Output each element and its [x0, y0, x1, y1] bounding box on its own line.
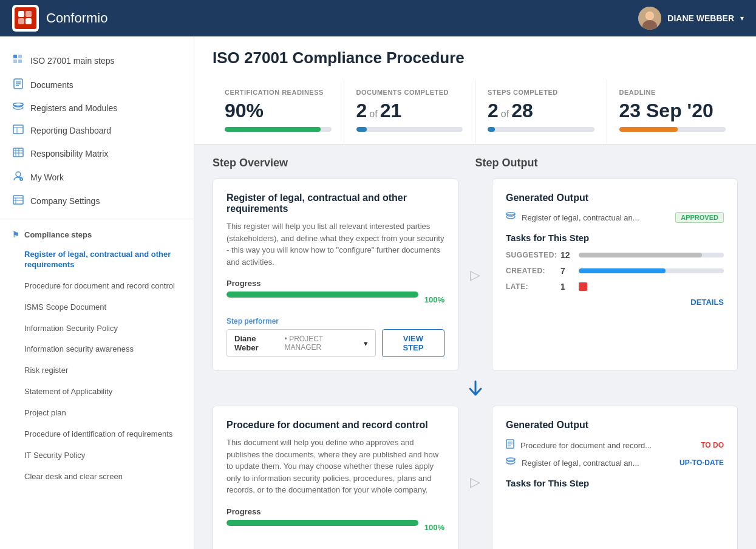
svg-rect-20 [13, 148, 23, 157]
step2-output-item1-name: Procedure for document and record... [520, 441, 695, 450]
step-item-document-control[interactable]: Procedure for document and record contro… [0, 276, 194, 297]
stat-pct: 90% [225, 100, 264, 122]
sidebar-item-responsibility[interactable]: Responsibility Matrix [0, 142, 194, 165]
svg-rect-11 [18, 60, 22, 63]
step1-task-created-bar [579, 268, 724, 273]
step-item-identification[interactable]: Procedure of identification of requireme… [0, 424, 194, 445]
step2-output-db-icon [506, 457, 516, 468]
stat-progress-docs [356, 127, 463, 132]
sidebar-divider [0, 219, 194, 219]
step1-task-suggested-count: 12 [560, 250, 573, 260]
stat-value-deadline: 23 Sep '20 [619, 100, 726, 122]
step1-output-db-icon [506, 212, 516, 223]
step2-output-card: Generated Output Procedure for document … [492, 406, 738, 549]
svg-rect-1 [26, 11, 32, 17]
svg-point-16 [13, 103, 23, 106]
step1-task-created-fill [579, 268, 666, 273]
iso-steps-icon [12, 54, 24, 67]
logo-box [12, 5, 39, 32]
step1-performer-name: Diane Weber [234, 334, 281, 352]
stat-steps-of: of [501, 109, 509, 120]
stat-value-steps: 2 of 28 [488, 100, 594, 122]
company-icon [12, 195, 24, 207]
step2-title: Procedure for document and record contro… [226, 420, 444, 431]
sidebar-item-documents[interactable]: Documents [0, 73, 194, 97]
step-item-isms-scope[interactable]: ISMS Scope Document [0, 297, 194, 318]
avatar [638, 7, 661, 30]
sidebar-item-my-work[interactable]: My Work [0, 165, 194, 189]
sidebar-item-iso-steps[interactable]: ISO 27001 main steps [0, 49, 194, 73]
svg-rect-17 [13, 125, 23, 134]
step1-task-late-count: 1 [560, 282, 573, 292]
sidebar-item-registers[interactable]: Registers and Modules [0, 97, 194, 119]
user-name: DIANE WEBBER [667, 13, 734, 23]
section-left: Step Overview [213, 157, 475, 169]
step2-output-item-1: Procedure for document and record... TO … [506, 439, 724, 451]
step1-output-item-1: Register of legal, contractual an... APP… [506, 212, 724, 223]
step-item-legal[interactable]: Register of legal, contractual and other… [0, 244, 194, 276]
step-overview-title: Step Overview [213, 157, 288, 169]
step1-performer-row: Diane Weber • PROJECT MANAGER ▾ VIEW STE… [226, 329, 444, 357]
step1-task-late-bar-container [579, 282, 587, 291]
header-left: Conformio [12, 5, 107, 32]
stat-docs-a: 2 [356, 100, 367, 122]
section-headers: Step Overview Step Output [213, 157, 738, 169]
step1-output-title: Generated Output [506, 193, 724, 203]
flag-icon: ⚑ [12, 230, 19, 239]
step-item-clean-desk[interactable]: Clear desk and clear screen [0, 466, 194, 488]
step1-view-step-button[interactable]: VIEW STEP [382, 329, 444, 357]
step2-output-doc-icon [506, 439, 514, 451]
step1-performer-dropdown[interactable]: Diane Weber • PROJECT MANAGER ▾ [226, 329, 376, 357]
step1-task-suggested-fill [579, 253, 702, 257]
step1-output-card: Generated Output Register of legal, cont… [492, 179, 738, 371]
step-item-security-policy[interactable]: Information Security Policy [0, 318, 194, 339]
step2-desc: This document will help you define who a… [226, 437, 444, 496]
sidebar-item-label-documents: Documents [30, 80, 73, 90]
sidebar-item-company[interactable]: Company Settings [0, 189, 194, 213]
app-header: Conformio DIANE WEBBER ▾ [0, 0, 756, 36]
stat-progress-fill-deadline [619, 127, 678, 132]
section-right: Step Output [475, 157, 738, 169]
stat-label-steps: STEPS COMPLETED [488, 89, 594, 96]
reporting-icon [12, 124, 24, 137]
step-item-security-awareness[interactable]: Information security awareness [0, 339, 194, 360]
step1-progress-pct: 100% [424, 295, 444, 304]
step1-task-late-label: LATE: [506, 282, 554, 291]
logo-icon [15, 7, 36, 29]
stat-docs-b: 21 [380, 100, 402, 122]
stat-progress-fill-docs [356, 127, 367, 132]
step-item-project-plan[interactable]: Project plan [0, 403, 194, 424]
stat-progress-steps [488, 127, 594, 132]
user-dropdown-icon[interactable]: ▾ [740, 14, 744, 22]
step2-output-item1-status: TO DO [701, 441, 724, 449]
step1-task-created: CREATED: 7 [506, 266, 724, 276]
compliance-section-header: ⚑ Compliance steps [0, 225, 194, 244]
stat-label-deadline: DEADLINE [619, 89, 726, 96]
stat-progress-fill-steps [488, 127, 495, 132]
svg-point-25 [16, 172, 21, 177]
step1-performer-role: • PROJECT MANAGER [285, 335, 360, 352]
header-right[interactable]: DIANE WEBBER ▾ [638, 7, 744, 30]
step2-row: Procedure for document and record contro… [213, 406, 738, 549]
step2-progress-pct: 100% [424, 523, 444, 532]
stat-progress-deadline [619, 127, 726, 132]
step1-task-created-count: 7 [560, 266, 573, 276]
step-item-it-security[interactable]: IT Security Policy [0, 445, 194, 466]
step1-title: Register of legal, contractual and other… [226, 193, 444, 214]
sidebar-item-reporting[interactable]: Reporting Dashboard [0, 119, 194, 142]
step2-output-item2-name: Register of legal, contractual an... [522, 459, 673, 468]
main-layout: ISO 27001 main steps Documents Registers… [0, 36, 756, 549]
compliance-section-label: Compliance steps [24, 230, 92, 239]
step2-card: Procedure for document and record contro… [213, 406, 458, 549]
step2-progress-bar [226, 520, 418, 526]
step-item-applicability[interactable]: Statement of Applicability [0, 381, 194, 403]
step-item-risk-register[interactable]: Risk register [0, 360, 194, 381]
content-area: Step Overview Step Output Register of le… [194, 145, 756, 549]
down-arrow [213, 380, 738, 403]
sidebar-item-label-responsibility: Responsibility Matrix [30, 149, 108, 159]
stat-value-certification: 90% [225, 100, 332, 122]
step1-details-link[interactable]: DETAILS [506, 298, 724, 307]
sidebar: ISO 27001 main steps Documents Registers… [0, 36, 194, 549]
step1-row: Register of legal, contractual and other… [213, 179, 738, 371]
step1-task-late-bar [579, 282, 587, 291]
